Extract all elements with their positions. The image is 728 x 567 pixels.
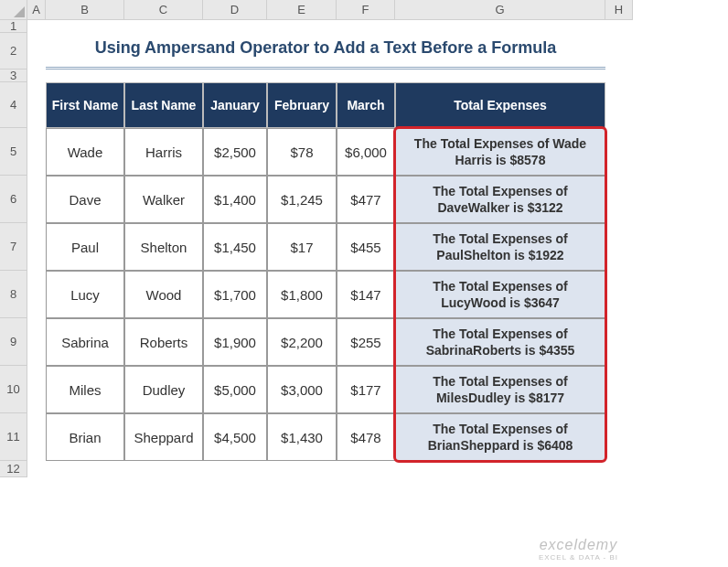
cell-feb[interactable]: $1,430 [267,413,337,461]
header-total[interactable]: Total Expenses [395,82,605,128]
cell-jan[interactable]: $1,400 [203,176,267,223]
cell-jan[interactable]: $4,500 [203,413,267,461]
col-header-B[interactable]: B [46,0,124,20]
cell-first[interactable]: Wade [46,128,124,176]
cell-mar[interactable]: $255 [337,318,395,366]
header-last-name[interactable]: Last Name [124,82,203,128]
cell-result[interactable]: The Total Expenses of Wade Harris is $85… [395,128,605,176]
col-header-F[interactable]: F [337,0,395,20]
result-selection[interactable]: The Total Expenses of Wade Harris is $85… [395,128,605,461]
cell-first[interactable]: Brian [46,413,124,461]
watermark: exceldemy EXCEL & DATA - BI [539,537,618,562]
row-header-3[interactable]: 3 [0,70,27,82]
cell-first[interactable]: Paul [46,223,124,271]
cell-result[interactable]: The Total Expenses of PaulShelton is $19… [395,223,605,271]
row-header-10[interactable]: 10 [0,366,27,413]
header-first-name[interactable]: First Name [46,82,124,128]
row-header-11[interactable]: 11 [0,413,27,461]
cell-result[interactable]: The Total Expenses of MilesDudley is $81… [395,366,605,413]
spreadsheet-grid: A B C D E F G H 1 2 Using Ampersand Oper… [0,0,728,477]
row-header-4[interactable]: 4 [0,82,27,128]
cell-result[interactable]: The Total Expenses of LucyWood is $3647 [395,271,605,318]
page-title: Using Ampersand Operator to Add a Text B… [46,33,605,70]
cell-last[interactable]: Walker [124,176,203,223]
cell-jan[interactable]: $1,450 [203,223,267,271]
cell-jan[interactable]: $5,000 [203,366,267,413]
cell-feb[interactable]: $3,000 [267,366,337,413]
col-header-G[interactable]: G [395,0,605,20]
cell-last[interactable]: Dudley [124,366,203,413]
row-header-12[interactable]: 12 [0,461,27,477]
col-header-A[interactable]: A [27,0,46,20]
cell-last[interactable]: Sheppard [124,413,203,461]
cell-first[interactable]: Lucy [46,271,124,318]
watermark-line2: EXCEL & DATA - BI [539,553,618,562]
cell-feb[interactable]: $1,800 [267,271,337,318]
col-header-H[interactable]: H [605,0,633,20]
cell-mar[interactable]: $477 [337,176,395,223]
cell-mar[interactable]: $455 [337,223,395,271]
row-header-9[interactable]: 9 [0,318,27,366]
cell-first[interactable]: Dave [46,176,124,223]
row-header-7[interactable]: 7 [0,223,27,271]
cell-mar[interactable]: $6,000 [337,128,395,176]
cell-last[interactable]: Roberts [124,318,203,366]
col-header-D[interactable]: D [203,0,267,20]
header-january[interactable]: January [203,82,267,128]
row-header-1[interactable]: 1 [0,20,27,33]
cell-feb[interactable]: $1,245 [267,176,337,223]
select-all-corner[interactable] [0,0,27,20]
watermark-line1: exceldemy [539,537,618,553]
cell-mar[interactable]: $177 [337,366,395,413]
cell-result[interactable]: The Total Expenses of DaveWalker is $312… [395,176,605,223]
cell-feb[interactable]: $17 [267,223,337,271]
cell-jan[interactable]: $2,500 [203,128,267,176]
col-header-C[interactable]: C [124,0,203,20]
cell-first[interactable]: Miles [46,366,124,413]
row-header-5[interactable]: 5 [0,128,27,176]
cell-feb[interactable]: $2,200 [267,318,337,366]
cell-last[interactable]: Harris [124,128,203,176]
cell-mar[interactable]: $147 [337,271,395,318]
cell-result[interactable]: The Total Expenses of SabrinaRoberts is … [395,318,605,366]
cell-first[interactable]: Sabrina [46,318,124,366]
cell-last[interactable]: Wood [124,271,203,318]
col-header-E[interactable]: E [267,0,337,20]
header-february[interactable]: February [267,82,337,128]
cell-last[interactable]: Shelton [124,223,203,271]
row-header-6[interactable]: 6 [0,176,27,223]
cell-jan[interactable]: $1,700 [203,271,267,318]
cell-feb[interactable]: $78 [267,128,337,176]
row-header-8[interactable]: 8 [0,271,27,318]
cell-jan[interactable]: $1,900 [203,318,267,366]
cell-result[interactable]: The Total Expenses of BrianSheppard is $… [395,413,605,461]
cell-mar[interactable]: $478 [337,413,395,461]
row-header-2[interactable]: 2 [0,33,27,70]
header-march[interactable]: March [337,82,395,128]
